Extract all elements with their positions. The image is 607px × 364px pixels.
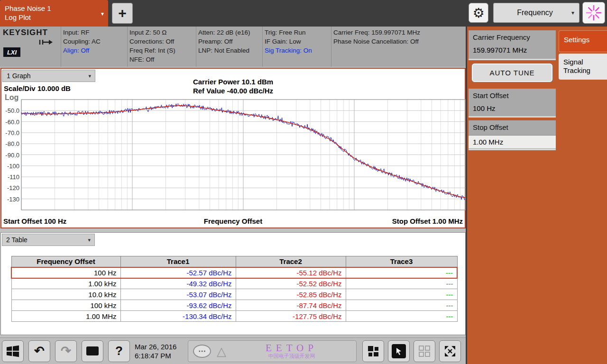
cell-offset: 100 kHz <box>11 300 120 311</box>
col-header-trace2: Trace2 <box>236 256 346 267</box>
time-text: 6:18:47 PM <box>135 351 183 360</box>
status-divider <box>127 27 128 67</box>
windows-logo-icon <box>6 345 19 357</box>
chevron-down-icon: ▾ <box>571 9 574 16</box>
stop-offset-label: Stop Offset <box>473 123 552 131</box>
measurement-tab-phase-noise[interactable]: Phase Noise 1 Log Plot ▾ <box>0 0 108 27</box>
chevron-down-icon: ▾ <box>88 237 91 243</box>
status-line: Preamp: Off <box>198 37 250 46</box>
status-col-atten: Atten: 22 dB (e16) Preamp: Off LNP: Not … <box>198 28 250 55</box>
start-offset-value: 100 Hz <box>473 104 552 112</box>
touch-mode-button[interactable] <box>388 340 410 362</box>
cell-trace1: -93.62 dBc/Hz <box>120 300 236 311</box>
status-line: Input Z: 50 Ω <box>129 28 175 37</box>
undo-button[interactable]: ↶ <box>28 340 50 362</box>
cell-trace2: -52.52 dBc/Hz <box>236 278 346 289</box>
tab-signal-tracking[interactable]: Signal Tracking <box>559 54 607 80</box>
status-line-align: Align: Off <box>63 46 101 55</box>
windows-start-button[interactable] <box>2 340 24 362</box>
chevron-down-icon: ▾ <box>101 10 104 17</box>
ellipsis-icon: ⋯ <box>198 346 206 355</box>
settings-panel: Carrier Frequency 159.997071 MHz AUTO TU… <box>467 27 607 364</box>
auto-tune-button[interactable]: AUTO TUNE <box>471 63 553 82</box>
undo-icon: ↶ <box>34 344 45 358</box>
watermark-title: EETOP <box>232 343 351 353</box>
status-line: Corrections: Off <box>129 37 175 46</box>
stop-offset-value: 1.00 MHz <box>469 135 556 148</box>
svg-text:-130: -130 <box>7 196 19 203</box>
status-col-carrier: Carrier Freq: 159.997071 MHz Phase Noise… <box>333 28 420 46</box>
svg-text:-100: -100 <box>7 163 19 170</box>
grid-layout-button[interactable] <box>414 340 435 362</box>
carrier-power-title: Carrier Power 10.1 dBm <box>1 77 465 86</box>
redo-button[interactable]: ↷ <box>55 340 77 362</box>
table-row[interactable]: 1.00 kHz -49.32 dBc/Hz -52.52 dBc/Hz --- <box>11 278 457 289</box>
svg-text:-110: -110 <box>8 173 19 181</box>
lxi-badge: LXI <box>3 47 20 57</box>
carrier-frequency-label: Carrier Frequency <box>473 33 552 41</box>
svg-text:-60.0: -60.0 <box>5 118 19 126</box>
cell-trace2: -87.74 dBc/Hz <box>236 300 346 311</box>
status-divider <box>61 27 61 67</box>
measurement-tab-subtitle: Log Plot <box>5 13 96 22</box>
carrier-frequency-control[interactable]: Carrier Frequency 159.997071 MHz <box>469 30 556 60</box>
phase-noise-plot[interactable]: -50.0-60.0-70.0-80.0-90.0-100-110-120-13… <box>1 96 467 213</box>
table-selector-label: 2 Table <box>6 236 88 244</box>
cell-trace1: -130.34 dBc/Hz <box>120 311 236 322</box>
status-line: Atten: 22 dB (e16) <box>198 28 250 37</box>
display-icon <box>86 346 99 355</box>
status-line: Trig: Free Run <box>265 28 312 37</box>
cell-trace3: --- <box>346 311 457 322</box>
svg-text:-50.0: -50.0 <box>5 107 19 114</box>
table-header-row: Frequency Offset Trace1 Trace2 Trace3 <box>11 256 457 267</box>
cell-trace3: --- <box>346 278 457 289</box>
display-button[interactable] <box>82 340 103 362</box>
measurement-tab-title: Phase Noise 1 <box>5 4 96 13</box>
date-time-display: Mar 26, 2016 6:18:47 PM <box>135 342 183 360</box>
table-row[interactable]: 10.0 kHz -53.07 dBc/Hz -52.85 dBc/Hz --- <box>11 289 457 300</box>
touch-pointer-icon <box>392 344 406 358</box>
table-row[interactable]: 100 Hz -52.57 dBc/Hz -55.12 dBc/Hz --- <box>11 267 457 278</box>
x-axis-labels: Start Offset 100 Hz Frequency Offset Sto… <box>1 217 465 227</box>
table-row[interactable]: 100 kHz -93.62 dBc/Hz -87.74 dBc/Hz --- <box>11 300 457 311</box>
status-col-input: Input: RF Coupling: AC Align: Off <box>63 28 101 55</box>
status-line: Input: RF <box>63 28 101 37</box>
status-divider <box>196 27 196 67</box>
tab-settings[interactable]: Settings <box>559 30 607 52</box>
cell-offset: 10.0 kHz <box>11 289 120 300</box>
cell-trace2: -127.75 dBc/Hz <box>236 311 346 322</box>
frequency-menu-dropdown[interactable]: Frequency ▾ <box>493 3 579 23</box>
status-line: Coupling: AC <box>63 37 101 46</box>
status-col-impedance: Input Z: 50 Ω Corrections: Off Freq Ref:… <box>129 28 175 64</box>
svg-text:-90.0: -90.0 <box>5 152 19 159</box>
start-offset-label: Start Offset <box>473 91 552 100</box>
grid-icon <box>418 345 431 357</box>
cell-trace3: --- <box>346 289 457 300</box>
table-window: 2 Table ▾ Frequency Offset Trace1 Trace2… <box>0 232 466 335</box>
carrier-frequency-value: 159.997071 MHz <box>473 46 552 54</box>
table-row[interactable]: 1.00 MHz -130.34 dBc/Hz -127.75 dBc/Hz -… <box>11 311 457 322</box>
fullscreen-button[interactable] <box>439 340 461 362</box>
decade-table: Frequency Offset Trace1 Trace2 Trace3 10… <box>11 256 458 322</box>
status-line: LNP: Not Enabled <box>198 46 250 55</box>
status-divider <box>331 27 331 67</box>
table-window-selector[interactable]: 2 Table ▾ <box>2 234 95 246</box>
help-button[interactable]: ? <box>108 340 130 362</box>
arrange-windows-button[interactable] <box>362 340 384 362</box>
eetop-watermark: EETOP 中国电子顶级开发网 <box>232 343 351 359</box>
stop-offset-control[interactable]: Stop Offset 1.00 MHz <box>469 120 556 150</box>
tiled-windows-icon <box>367 345 380 358</box>
last-menu-button[interactable] <box>582 2 605 24</box>
system-settings-button[interactable]: ⚙ <box>469 3 488 23</box>
window-control-cluster <box>362 340 461 362</box>
cell-offset: 1.00 MHz <box>11 311 120 322</box>
message-bubble-button[interactable]: ⋯ <box>193 345 211 358</box>
start-offset-control[interactable]: Start Offset 100 Hz <box>469 89 556 118</box>
status-col-trigger: Trig: Free Run IF Gain: Low Sig Tracking… <box>265 28 312 55</box>
starburst-icon <box>586 5 602 21</box>
date-text: Mar 26, 2016 <box>135 342 183 351</box>
cell-offset: 1.00 kHz <box>11 278 120 289</box>
svg-text:-70.0: -70.0 <box>5 129 19 136</box>
add-measurement-button[interactable]: + <box>112 3 133 24</box>
cell-trace2: -52.85 dBc/Hz <box>236 289 346 300</box>
